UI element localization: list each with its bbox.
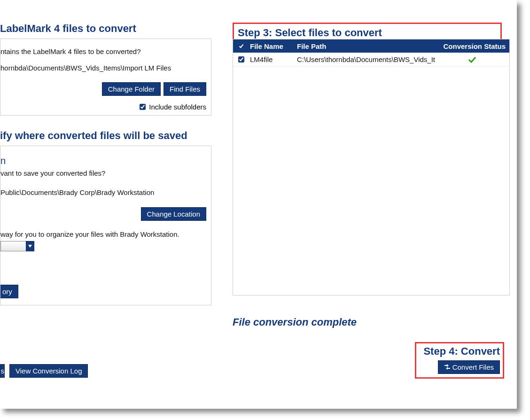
step1-question: ntains the LabelMark 4 files to be conve… bbox=[0, 47, 206, 55]
step1-section: LabelMark 4 files to convert ntains the … bbox=[0, 23, 211, 116]
step4-title: Step 4: Convert bbox=[419, 345, 500, 358]
app-window: LabelMark 4 files to convert ntains the … bbox=[0, 0, 517, 409]
category-combo-input[interactable] bbox=[0, 241, 26, 251]
fragment-button[interactable]: s bbox=[0, 364, 5, 378]
header-status[interactable]: Conversion Status bbox=[439, 42, 509, 50]
header-filename[interactable]: File Name bbox=[249, 42, 296, 50]
files-table-header: File Name File Path Conversion Status bbox=[233, 39, 509, 53]
table-row[interactable]: LM4file C:\Users\thornbda\Documents\BWS_… bbox=[233, 53, 509, 67]
completion-message: File conversion complete bbox=[233, 316, 357, 328]
step1-path: hornbda\Documents\BWS_Vids_Items\Import … bbox=[0, 64, 206, 72]
step2-panel: n vant to save your converted files? Pub… bbox=[0, 146, 211, 305]
select-all-checkbox[interactable] bbox=[238, 43, 244, 49]
checkmark-icon bbox=[468, 56, 476, 63]
include-subfolders-checkbox[interactable] bbox=[140, 104, 146, 110]
step2-question: vant to save your converted files? bbox=[0, 169, 206, 177]
ory-button[interactable]: ory bbox=[0, 285, 18, 298]
change-folder-button[interactable]: Change Folder bbox=[102, 82, 161, 96]
view-conversion-log-button[interactable]: View Conversion Log bbox=[9, 364, 88, 378]
convert-icon bbox=[444, 363, 451, 371]
row-checkbox[interactable] bbox=[238, 56, 244, 62]
row-filepath: C:\Users\thornbda\Documents\BWS_Vids_It bbox=[296, 55, 439, 63]
step2-buttons: Change Location bbox=[141, 207, 206, 221]
convert-files-label: Convert Files bbox=[452, 363, 494, 371]
step1-buttons: Change Folder Find Files bbox=[102, 82, 206, 96]
chevron-down-icon bbox=[28, 245, 32, 248]
row-status bbox=[439, 56, 509, 63]
step1-title: LabelMark 4 files to convert bbox=[0, 23, 211, 35]
row-filename: LM4file bbox=[249, 55, 296, 63]
include-subfolders-row: Include subfolders bbox=[138, 102, 206, 111]
change-location-button[interactable]: Change Location bbox=[141, 207, 206, 221]
step2-section: ify where converted files will be saved … bbox=[0, 130, 211, 305]
left-column: LabelMark 4 files to convert ntains the … bbox=[0, 0, 211, 305]
header-filepath[interactable]: File Path bbox=[296, 42, 439, 50]
convert-files-button[interactable]: Convert Files bbox=[438, 360, 500, 374]
step4-highlight: Step 4: Convert Convert Files bbox=[415, 342, 504, 379]
files-panel: File Name File Path Conversion Status LM… bbox=[233, 39, 510, 296]
step1-panel: ntains the LabelMark 4 files to be conve… bbox=[0, 39, 211, 116]
step2-subheading: n bbox=[0, 156, 206, 166]
step2-title: ify where converted files will be saved bbox=[0, 130, 211, 142]
category-combo-dropdown[interactable] bbox=[26, 241, 34, 251]
include-subfolders-label: Include subfolders bbox=[149, 103, 206, 111]
step3-title: Step 3: Select files to convert bbox=[238, 27, 500, 39]
find-files-button[interactable]: Find Files bbox=[164, 82, 206, 96]
step2-organize-text: way for you to organize your files with … bbox=[0, 230, 206, 238]
step2-path: Public\Documents\Brady Corp\Brady Workst… bbox=[0, 188, 206, 196]
bottom-left-buttons: s View Conversion Log bbox=[0, 364, 88, 378]
category-combo[interactable] bbox=[0, 241, 34, 251]
